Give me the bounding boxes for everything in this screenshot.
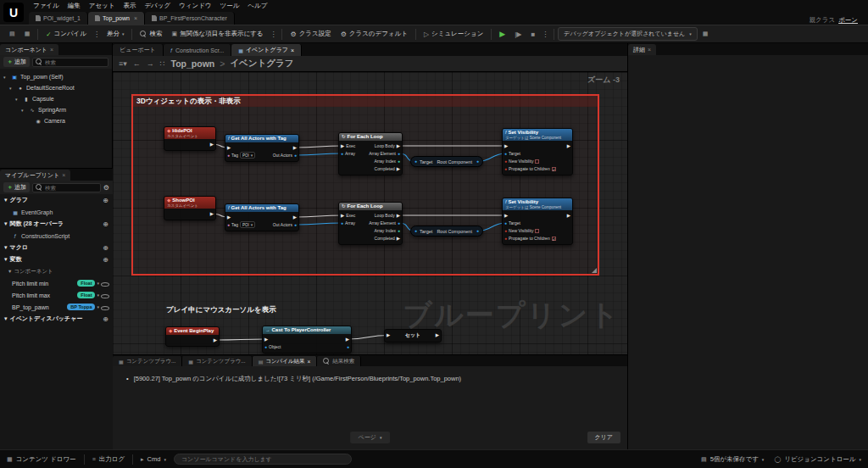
node-header[interactable]: ↻For Each Loop (339, 133, 402, 141)
bottom-tab[interactable]: 結果検索 (317, 356, 361, 366)
save-button[interactable]: ▤ (5, 29, 19, 39)
exec-pin[interactable]: ▶ (567, 144, 570, 148)
expand-caret-icon[interactable]: ▾ (8, 268, 11, 275)
add-item-icon[interactable]: ⊕ (103, 197, 108, 204)
variable-type-pill[interactable]: Float (77, 280, 95, 287)
expand-caret-icon[interactable]: ▾ (9, 86, 14, 91)
menu-item[interactable]: デバッグ (140, 2, 175, 10)
menu-item[interactable]: ヘルプ (243, 2, 271, 10)
menu-item[interactable]: ファイル (29, 2, 64, 10)
tab-event-graph[interactable]: ▦イベントグラフ× (231, 44, 302, 56)
content-drawer-button[interactable]: ▦コンテンツ ドロワー (7, 455, 76, 464)
exec-pin[interactable]: ▶ (264, 337, 268, 342)
breadcrumb-current[interactable]: イベントグラフ (230, 58, 293, 70)
close-icon[interactable]: × (648, 47, 651, 53)
output-log-button[interactable]: ≡出力ログ (92, 455, 125, 464)
data-pin[interactable]: ● (476, 159, 479, 164)
asset-tab[interactable]: BP_FirstPersonCharacter (145, 12, 235, 25)
exec-pin[interactable]: ▶ (397, 214, 400, 218)
checkbox-icon[interactable] (535, 159, 539, 164)
grid-icon[interactable]: ∷ (160, 59, 165, 68)
data-pin[interactable]: ● (504, 237, 507, 241)
menu-item[interactable]: 編集 (64, 2, 85, 10)
comment-box[interactable]: 3Dウィジェットの表示・非表示 (131, 94, 599, 276)
node-setvis1[interactable]: fSet Visibilityターゲットは Scene Component▶●T… (502, 128, 573, 176)
data-pin[interactable]: ● (347, 345, 349, 349)
add-item-icon[interactable]: ⊕ (103, 256, 108, 264)
node-header[interactable]: ↻For Each Loop (339, 203, 402, 210)
my-blueprint-search-input[interactable] (45, 185, 97, 191)
revision-control-dropdown[interactable]: ◯リビジョンコントロール▾ (774, 455, 861, 464)
node-header[interactable]: fGet All Actors with Tag (225, 135, 298, 142)
menu-item[interactable]: ツール (216, 2, 244, 10)
close-icon[interactable]: × (62, 172, 65, 178)
bottom-tab[interactable]: ▦コンテンツブラウ... (113, 356, 182, 366)
tab-editor[interactable]: ビューポート (113, 44, 164, 56)
exec-pin[interactable]: ▶ (436, 333, 439, 337)
my-blueprint-variable[interactable]: BP_top_pawnBP Toppa▾ (0, 301, 113, 313)
variable-type-pill[interactable]: BP Toppa (67, 304, 95, 310)
class-settings-button[interactable]: ⚙クラス設定 (286, 28, 335, 40)
node-setvis2[interactable]: fSet Visibilityターゲットは Scene Component▶●T… (502, 198, 573, 245)
close-icon[interactable]: × (50, 47, 53, 53)
exec-pin[interactable]: ▶ (210, 212, 214, 216)
tab-editor[interactable]: ƒConstruction Scr... (164, 44, 232, 56)
my-blueprint-subheader[interactable]: ▾コンポーネント (0, 265, 113, 277)
debug-filter-button[interactable]: ▦ (698, 29, 713, 39)
tab-my-blueprint[interactable]: マイブループリント × (0, 170, 70, 181)
exec-pin[interactable]: ▶ (504, 214, 508, 218)
graph-canvas[interactable]: ブループリント 3Dウィジェットの表示・非表示 プレイ中にマウスカーソルを表示 … (113, 72, 627, 354)
forward-icon[interactable]: → (147, 59, 154, 68)
data-pin[interactable]: ● (398, 229, 400, 233)
node-header[interactable]: ◆ShowPOIカスタムイベント (164, 197, 215, 209)
node-header[interactable]: fSet Visibilityターゲットは Scene Component (503, 198, 572, 210)
menu-item[interactable]: アセット (85, 2, 120, 10)
node-fel2[interactable]: ↻For Each Loop▶Exec●Array▶Loop Body●Arra… (338, 202, 403, 245)
node-getter2[interactable]: ●TargetRoot Component● (410, 226, 483, 237)
back-icon[interactable]: ← (133, 59, 141, 68)
node-showpoi[interactable]: ◆ShowPOIカスタムイベント▶ (164, 196, 216, 220)
checkbox-icon[interactable] (535, 229, 539, 233)
node-gaat1[interactable]: fGet All Actors with Tag▶●TagPOI▾▶●Out A… (225, 134, 299, 162)
expand-caret-icon[interactable]: ▾ (4, 197, 8, 203)
expand-caret-icon[interactable]: ▾ (21, 108, 26, 113)
tag-value-dropdown[interactable]: POI▾ (240, 152, 255, 159)
expand-caret-icon[interactable]: ▾ (3, 75, 8, 80)
exec-pin[interactable]: ▶ (210, 142, 214, 147)
node-setmouse[interactable]: ▶セット▶ (384, 329, 442, 343)
node-fel1[interactable]: ↻For Each Loop▶Exec●Array▶Loop Body●Arra… (338, 132, 403, 176)
frame-skip-button[interactable]: |▶ (510, 29, 526, 40)
debug-object-dropdown[interactable]: デバッグオブジェクトが選択されていません ▾ (558, 27, 697, 41)
data-pin[interactable]: ● (341, 152, 343, 156)
component-tree-item[interactable]: ▾∿SpringArm (0, 104, 112, 115)
exec-pin[interactable]: ▶ (346, 337, 349, 342)
compile-button[interactable]: ✓コンパイル (42, 28, 91, 40)
my-blueprint-variable[interactable]: Pitch limit maxFloat▾ (0, 289, 113, 301)
expand-caret-icon[interactable]: ▾ (15, 97, 20, 102)
content-browser-button[interactable]: ▦ (20, 29, 35, 39)
expand-caret-icon[interactable]: ▾ (4, 315, 8, 322)
play-options-button[interactable]: ⋮ (540, 29, 550, 40)
tab-details[interactable]: 詳細 × (628, 44, 656, 55)
data-pin[interactable]: ● (227, 223, 230, 227)
exec-pin[interactable]: ▶ (341, 214, 344, 218)
exec-pin[interactable]: ▶ (397, 237, 400, 241)
hide-unrelated-button[interactable]: ▣無関係な項目を非表示にする (167, 28, 267, 40)
data-pin[interactable]: ● (398, 221, 400, 226)
my-blueprint-search[interactable] (32, 183, 101, 192)
component-tree-item[interactable]: ▾▣Top_pown (Self) (0, 71, 112, 82)
my-blueprint-item[interactable]: ƒConstructionScript (0, 230, 113, 242)
components-search[interactable] (32, 58, 108, 67)
node-header[interactable]: ◆HidePOIカスタムイベント (164, 127, 215, 139)
page-button[interactable]: ページ▾ (350, 432, 391, 443)
bottom-tab[interactable]: ▦コンテンツブラウ... (182, 356, 252, 366)
parent-class-link[interactable]: ポーン (838, 16, 858, 25)
close-tab-icon[interactable]: × (291, 47, 294, 53)
compile-options-button[interactable]: ⋮ (92, 29, 102, 40)
add-component-button[interactable]: ＋追加 (3, 57, 30, 67)
exec-pin[interactable]: ▶ (567, 214, 570, 218)
checkbox-icon[interactable]: ✓ (552, 167, 556, 171)
visibility-eye-icon[interactable] (101, 304, 108, 310)
checkbox-icon[interactable]: ✓ (552, 237, 556, 241)
expand-caret-icon[interactable]: ▾ (4, 220, 8, 227)
